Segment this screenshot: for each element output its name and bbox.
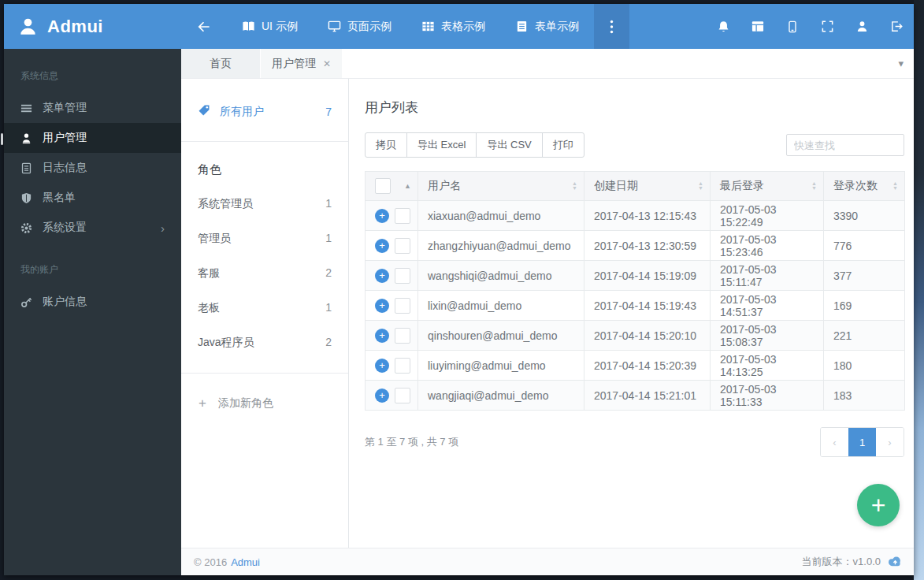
version-text: 当前版本：v1.0.0	[802, 555, 881, 569]
sidebar-item-system-settings[interactable]: 系统设置 ›	[4, 213, 181, 243]
row-checkbox[interactable]	[395, 208, 410, 224]
sort-icon[interactable]: ▲▼	[811, 181, 817, 191]
main-row: 系统信息 菜单管理 用户管理 日志信息	[4, 49, 914, 575]
tab-label: 用户管理	[272, 57, 316, 71]
column-header-created[interactable]: 创建日期 ▲▼	[584, 172, 711, 201]
tab-list-dropdown[interactable]: ▾	[898, 49, 904, 78]
add-user-fab[interactable]: +	[857, 484, 900, 526]
sidebar-item-blacklist[interactable]: 黑名单	[4, 183, 181, 213]
nav-item-table-demo[interactable]: 表格示例	[406, 4, 500, 49]
nav-item-label: UI 示例	[262, 20, 298, 34]
bell-icon	[717, 20, 730, 34]
fullscreen-button[interactable]	[810, 4, 844, 49]
cell-created: 2017-04-14 15:19:09	[584, 261, 711, 291]
row-checkbox[interactable]	[395, 298, 410, 314]
role-item-admin[interactable]: 管理员 1	[181, 221, 348, 256]
sort-icon[interactable]: ▲▼	[572, 181, 577, 191]
nav-item-page-demo[interactable]: 页面示例	[313, 4, 406, 49]
nav-item-ui-demo[interactable]: UI 示例	[227, 4, 313, 49]
close-icon[interactable]: ✕	[323, 58, 331, 69]
table-row: + lixin@admui_demo 2017-04-14 15:19:43 2…	[366, 291, 905, 321]
brand-logo[interactable]: Admui	[4, 4, 181, 49]
user-icon	[20, 132, 32, 144]
layout-panels-button[interactable]	[740, 4, 775, 49]
expand-row-button[interactable]: +	[375, 329, 389, 343]
table-row: + xiaxuan@admui_demo 2017-04-13 12:15:43…	[366, 201, 905, 231]
cell-login-count: 776	[824, 231, 905, 261]
print-button[interactable]: 打印	[542, 132, 584, 158]
pager-next-button[interactable]: ›	[876, 428, 904, 456]
role-name: 老板	[198, 301, 220, 315]
tab-home[interactable]: 首页	[181, 49, 260, 78]
pager-page-1[interactable]: 1	[848, 428, 876, 456]
copy-button[interactable]: 拷贝	[365, 132, 407, 158]
shield-icon	[20, 192, 32, 204]
cell-login-count: 3390	[824, 201, 905, 231]
sidebar-item-menu-management[interactable]: 菜单管理	[4, 93, 181, 123]
notifications-button[interactable]	[706, 4, 740, 49]
cell-username: lixin@admui_demo	[418, 291, 584, 321]
row-checkbox[interactable]	[395, 388, 410, 403]
account-button[interactable]	[844, 4, 879, 49]
tab-user-management[interactable]: 用户管理 ✕	[261, 49, 342, 78]
row-checkbox[interactable]	[395, 328, 410, 344]
sidebar-gap	[4, 243, 181, 257]
plus-icon: +	[871, 491, 886, 520]
logout-button[interactable]	[879, 4, 914, 49]
expand-row-button[interactable]: +	[375, 299, 389, 313]
back-arrow-button[interactable]	[181, 4, 227, 49]
table-row: + liuyiming@admui_demo 2017-04-14 15:20:…	[366, 351, 905, 381]
column-header-login-count[interactable]: 登录次数 ▲▼	[824, 172, 905, 201]
expand-row-button[interactable]: +	[375, 359, 389, 373]
key-icon	[20, 296, 32, 308]
sort-asc-icon[interactable]: ▲	[404, 182, 411, 190]
nav-item-form-demo[interactable]: 表单示例	[500, 4, 594, 49]
role-item-boss[interactable]: 老板 1	[181, 291, 348, 325]
expand-row-button[interactable]: +	[375, 389, 389, 403]
column-label: 用户名	[428, 179, 461, 193]
column-label: 最后登录	[720, 179, 764, 193]
cloud-upload-icon[interactable]	[887, 555, 902, 569]
cell-last-login: 2017-05-03 15:11:47	[711, 261, 824, 291]
export-excel-button[interactable]: 导出 Excel	[406, 132, 477, 158]
select-all-checkbox[interactable]	[375, 178, 391, 194]
sidebar-item-account-info[interactable]: 账户信息	[4, 287, 181, 317]
all-users-filter[interactable]: 所有用户 7	[181, 95, 348, 128]
role-count: 1	[325, 197, 332, 211]
row-checkbox[interactable]	[395, 268, 410, 284]
sort-icon[interactable]: ▲▼	[892, 181, 898, 191]
cell-created: 2017-04-14 15:20:10	[584, 321, 711, 351]
expand-row-button[interactable]: +	[375, 239, 389, 253]
mobile-icon	[786, 20, 799, 34]
cell-created: 2017-04-14 15:19:43	[584, 291, 711, 321]
expand-row-button[interactable]: +	[375, 209, 389, 223]
add-role-button[interactable]: + 添加新角色	[181, 386, 348, 421]
mobile-view-button[interactable]	[775, 4, 810, 49]
role-item-java-dev[interactable]: Java程序员 2	[181, 325, 348, 360]
sidebar-item-log-info[interactable]: 日志信息	[4, 153, 181, 183]
quick-search-input[interactable]	[786, 134, 904, 156]
brand-name: Admui	[47, 17, 103, 37]
footer: © 2016 Admui 当前版本：v1.0.0	[181, 548, 914, 575]
role-item-sysadmin[interactable]: 系统管理员 1	[181, 187, 348, 221]
column-header-last-login[interactable]: 最后登录 ▲▼	[711, 172, 824, 201]
export-csv-button[interactable]: 导出 CSV	[476, 132, 542, 158]
nav-item-label: 页面示例	[347, 20, 391, 34]
pager-prev-button[interactable]: ‹	[821, 428, 848, 456]
nav-more-button[interactable]	[594, 4, 629, 49]
column-header-username[interactable]: 用户名 ▲▼	[418, 172, 584, 201]
row-checkbox[interactable]	[395, 238, 410, 254]
row-checkbox[interactable]	[395, 358, 410, 374]
roles-header: 角色	[181, 154, 348, 187]
role-count: 1	[325, 232, 332, 246]
plus-icon: +	[199, 396, 206, 411]
user-icon	[855, 20, 869, 33]
sidebar-item-user-management[interactable]: 用户管理	[4, 123, 181, 153]
table-icon	[421, 20, 435, 33]
sort-icon[interactable]: ▲▼	[698, 181, 703, 191]
expand-row-button[interactable]: +	[375, 269, 389, 283]
cell-created: 2017-04-13 12:15:43	[584, 201, 711, 231]
role-item-support[interactable]: 客服 2	[181, 256, 348, 291]
footer-brand-link[interactable]: Admui	[231, 556, 260, 568]
top-navbar: Admui UI 示例 页面示例	[4, 4, 914, 49]
